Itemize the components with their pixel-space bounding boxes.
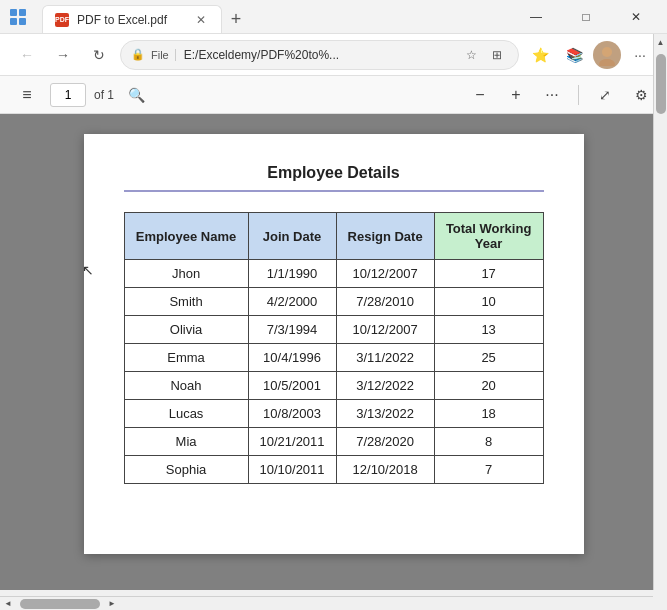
cell-name-6: Mia (124, 428, 248, 456)
pdf-search-button[interactable]: 🔍 (122, 81, 150, 109)
title-bar: PDF PDF to Excel.pdf ✕ + — □ ✕ (0, 0, 667, 34)
cell-name-4: Noah (124, 372, 248, 400)
cell-name-0: Jhon (124, 260, 248, 288)
svg-rect-1 (19, 9, 26, 16)
pdf-more-options-button[interactable]: ··· (538, 81, 566, 109)
close-button[interactable]: ✕ (613, 0, 659, 34)
svg-point-4 (602, 47, 612, 57)
address-url: E:/Exceldemy/PDF%20to%... (184, 48, 454, 62)
cell-resign-4: 3/12/2022 (336, 372, 434, 400)
cell-years-3: 25 (434, 344, 543, 372)
lock-icon: 🔒 (131, 48, 145, 61)
cell-name-5: Lucas (124, 400, 248, 428)
table-row: Mia10/21/20117/28/20208 (124, 428, 543, 456)
table-header-row: Employee Name Join Date Resign Date Tota… (124, 213, 543, 260)
svg-rect-3 (19, 18, 26, 25)
more-button[interactable]: ··· (625, 40, 655, 70)
table-row: Emma10/4/19963/11/202225 (124, 344, 543, 372)
cell-resign-3: 3/11/2022 (336, 344, 434, 372)
col-header-years: Total WorkingYear (434, 213, 543, 260)
nav-extra: ⭐ 📚 ··· (525, 40, 655, 70)
window-controls-left (8, 7, 34, 27)
cell-resign-1: 7/28/2010 (336, 288, 434, 316)
cell-years-0: 17 (434, 260, 543, 288)
tab-close-button[interactable]: ✕ (193, 12, 209, 28)
profile-button[interactable] (593, 41, 621, 69)
cell-years-5: 18 (434, 400, 543, 428)
cell-join-0: 1/1/1990 (248, 260, 336, 288)
cell-name-7: Sophia (124, 456, 248, 484)
cell-years-7: 7 (434, 456, 543, 484)
scroll-corner (653, 596, 667, 610)
new-tab-button[interactable]: + (222, 5, 250, 33)
pdf-menu-button[interactable]: ≡ (12, 80, 42, 110)
scroll-left-arrow[interactable]: ◄ (0, 597, 16, 611)
pdf-page: Employee Details Employee Name Join Date… (84, 134, 584, 554)
col-header-join: Join Date (248, 213, 336, 260)
col-header-resign: Resign Date (336, 213, 434, 260)
svg-rect-2 (10, 18, 17, 25)
browser-icon (8, 7, 28, 27)
page-total-label: of 1 (94, 88, 114, 102)
address-icons: ☆ ⊞ (460, 44, 508, 66)
cell-join-6: 10/21/2011 (248, 428, 336, 456)
cell-join-1: 4/2/2000 (248, 288, 336, 316)
pdf-content: Employee Details Employee Name Join Date… (0, 114, 667, 590)
cell-join-3: 10/4/1996 (248, 344, 336, 372)
minimize-button[interactable]: — (513, 0, 559, 34)
cell-years-4: 20 (434, 372, 543, 400)
collection-icon[interactable]: ⊞ (486, 44, 508, 66)
cell-join-2: 7/3/1994 (248, 316, 336, 344)
address-bar[interactable]: 🔒 File E:/Exceldemy/PDF%20to%... ☆ ⊞ (120, 40, 519, 70)
cell-resign-2: 10/12/2007 (336, 316, 434, 344)
table-row: Jhon1/1/199010/12/200717 (124, 260, 543, 288)
toolbar-divider (578, 85, 579, 105)
zoom-in-button[interactable]: + (502, 81, 530, 109)
cell-resign-0: 10/12/2007 (336, 260, 434, 288)
favorites-button[interactable]: ⭐ (525, 40, 555, 70)
scrollbar-right[interactable]: ▲ (653, 34, 667, 590)
nav-bar: ← → ↻ 🔒 File E:/Exceldemy/PDF%20to%... ☆… (0, 34, 667, 76)
scrollbar-bottom[interactable]: ◄ ► (0, 596, 653, 610)
col-header-name: Employee Name (124, 213, 248, 260)
tab-bar: PDF PDF to Excel.pdf ✕ + (42, 0, 505, 33)
maximize-button[interactable]: □ (563, 0, 609, 34)
scroll-h-thumb[interactable] (20, 599, 100, 609)
collections-button[interactable]: 📚 (559, 40, 589, 70)
cell-join-5: 10/8/2003 (248, 400, 336, 428)
table-body: Jhon1/1/199010/12/200717Smith4/2/20007/2… (124, 260, 543, 484)
table-row: Noah10/5/20013/12/202220 (124, 372, 543, 400)
cell-resign-7: 12/10/2018 (336, 456, 434, 484)
cell-years-6: 8 (434, 428, 543, 456)
star-icon[interactable]: ☆ (460, 44, 482, 66)
table-row: Smith4/2/20007/28/201010 (124, 288, 543, 316)
back-button[interactable]: ← (12, 40, 42, 70)
cell-name-1: Smith (124, 288, 248, 316)
page-number-input[interactable] (50, 83, 86, 107)
cell-resign-5: 3/13/2022 (336, 400, 434, 428)
cell-name-2: Olivia (124, 316, 248, 344)
window-controls-right: — □ ✕ (513, 0, 659, 34)
forward-button[interactable]: → (48, 40, 78, 70)
zoom-out-button[interactable]: − (466, 81, 494, 109)
pdf-toolbar: ≡ of 1 🔍 − + ··· ⤢ ⚙ (0, 76, 667, 114)
scroll-right-arrow[interactable]: ► (104, 597, 120, 611)
pdf-expand-button[interactable]: ⤢ (591, 81, 619, 109)
tab-title: PDF to Excel.pdf (77, 13, 185, 27)
cell-join-4: 10/5/2001 (248, 372, 336, 400)
pdf-document-title: Employee Details (124, 164, 544, 192)
refresh-button[interactable]: ↻ (84, 40, 114, 70)
table-row: Sophia10/10/201112/10/20187 (124, 456, 543, 484)
protocol-label: File (151, 49, 176, 61)
svg-rect-0 (10, 9, 17, 16)
scroll-thumb[interactable] (656, 54, 666, 114)
pdf-settings-button[interactable]: ⚙ (627, 81, 655, 109)
active-tab[interactable]: PDF PDF to Excel.pdf ✕ (42, 5, 222, 33)
scroll-up-arrow[interactable]: ▲ (654, 34, 668, 50)
cell-years-2: 13 (434, 316, 543, 344)
svg-point-5 (599, 59, 615, 66)
employee-table: Employee Name Join Date Resign Date Tota… (124, 212, 544, 484)
cell-resign-6: 7/28/2020 (336, 428, 434, 456)
cell-name-3: Emma (124, 344, 248, 372)
pdf-tab-icon: PDF (55, 13, 69, 27)
